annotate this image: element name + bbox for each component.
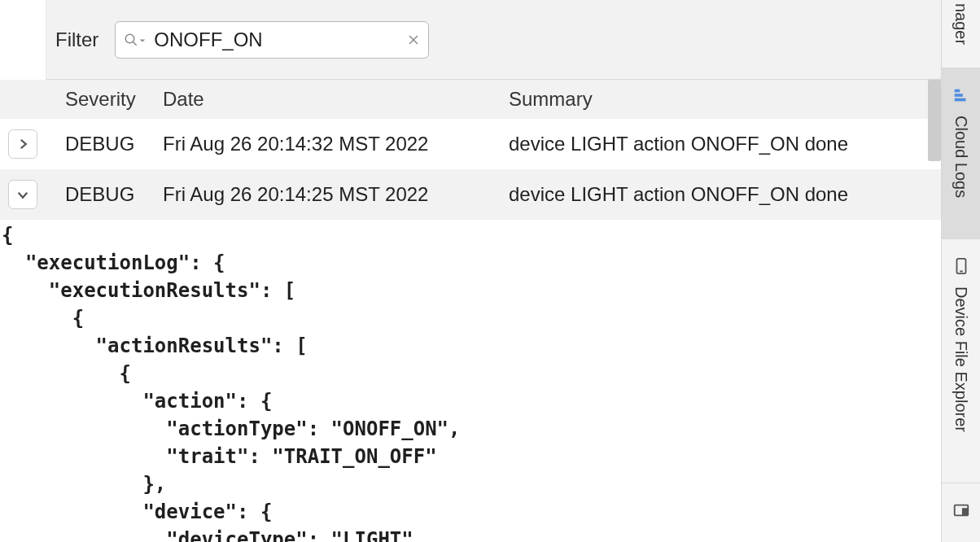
filter-search-box[interactable] [115,21,429,59]
svg-rect-4 [954,90,959,93]
clear-filter-button[interactable] [407,33,420,46]
filter-label: Filter [55,28,98,51]
summary-cell: device LIGHT action ONOFF_ON done [509,133,941,155]
severity-cell: DEBUG [49,133,163,155]
search-options-caret-icon[interactable] [139,33,146,47]
collapse-row-button[interactable] [8,180,37,209]
expand-row-button[interactable] [8,129,37,159]
panel-icon [952,501,970,522]
filter-bar: Filter [46,0,941,80]
summary-cell: device LIGHT action ONOFF_ON done [509,183,941,206]
svg-rect-5 [954,94,962,97]
device-icon [952,257,970,278]
side-tab-cloud-logs[interactable]: Cloud Logs [942,68,980,239]
svg-line-1 [133,42,138,46]
side-tab-unknown[interactable] [942,483,980,542]
side-tab-label: Device File Explorer [952,286,970,432]
side-tab-label: nager [952,3,970,45]
side-tab-label: Cloud Logs [952,116,970,198]
log-table: Severity Date Summary DEBUG Fri Aug 26 2… [0,80,941,542]
side-tool-rail: nager Cloud Logs Device File Explorer [941,0,980,542]
column-header-date[interactable]: Date [163,88,509,111]
column-header-summary[interactable]: Summary [509,88,941,111]
cloud-logs-icon [952,86,970,107]
date-cell: Fri Aug 26 20:14:25 MST 2022 [163,183,509,206]
column-header-severity[interactable]: Severity [49,88,163,111]
log-json-detail[interactable]: { "executionLog": { "executionResults": … [0,220,941,542]
svg-rect-10 [961,508,967,515]
vertical-scrollbar[interactable] [928,80,941,161]
severity-cell: DEBUG [49,183,163,206]
filter-input[interactable] [154,28,399,51]
date-cell: Fri Aug 26 20:14:32 MST 2022 [163,133,509,155]
search-icon[interactable] [124,33,146,47]
svg-rect-6 [954,98,965,102]
table-header-row: Severity Date Summary [0,80,941,119]
svg-point-0 [126,34,135,43]
log-row[interactable]: DEBUG Fri Aug 26 20:14:25 MST 2022 devic… [0,169,941,220]
side-tab-device-file-explorer[interactable]: Device File Explorer [942,239,980,483]
side-tab-manager[interactable]: nager [942,0,980,68]
log-row[interactable]: DEBUG Fri Aug 26 20:14:32 MST 2022 devic… [0,119,941,169]
